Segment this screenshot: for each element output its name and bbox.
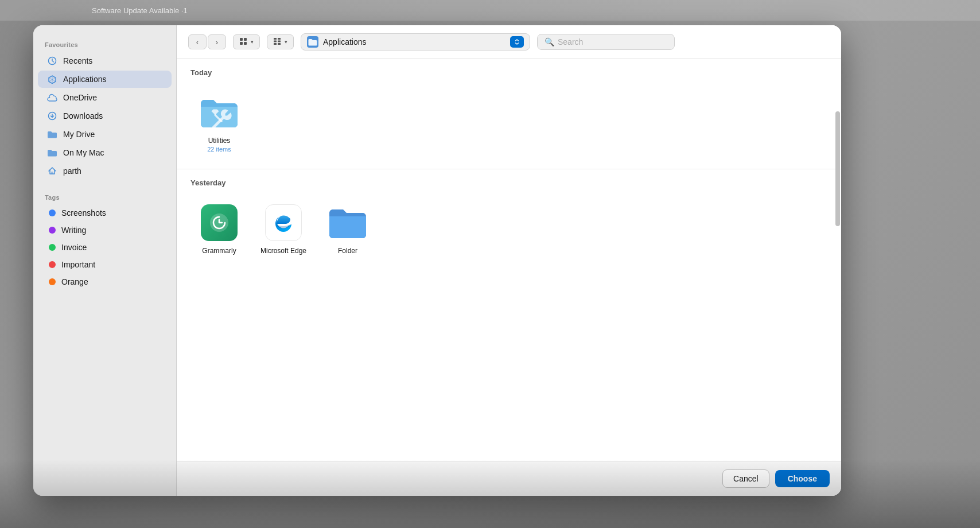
sidebar-item-my-drive[interactable]: My Drive (38, 126, 172, 143)
svg-rect-6 (244, 42, 247, 45)
sidebar-item-label-screenshots: Screenshots (61, 208, 106, 218)
search-placeholder: Search (558, 37, 583, 46)
grammarly-app-item[interactable]: Grammarly (190, 197, 248, 259)
toolbar: ‹ › ▾ (177, 25, 841, 59)
sidebar-item-label-recents: Recents (63, 56, 92, 65)
sidebar-item-label-mydrive: My Drive (63, 130, 95, 139)
sidebar-item-applications[interactable]: Applications (38, 71, 172, 88)
yesterday-file-grid: Grammarly (177, 193, 841, 271)
plain-folder-name: Folder (338, 247, 357, 255)
folder-icon-mac (47, 147, 57, 158)
yesterday-section-header: Yesterday (177, 169, 841, 193)
home-icon (47, 166, 57, 176)
utilities-folder-name: Utilities (208, 137, 231, 145)
applications-icon (47, 74, 57, 84)
sidebar-item-invoice[interactable]: Invoice (38, 239, 172, 255)
edge-app-name: Microsoft Edge (260, 247, 306, 255)
sidebar-item-label-onedrive: OneDrive (63, 93, 97, 102)
screenshots-dot (49, 209, 56, 216)
grammarly-icon-shape (201, 204, 238, 241)
favourites-section-title: Favourites (33, 37, 176, 52)
sidebar-item-label-downloads: Downloads (63, 111, 103, 121)
notification-text: Software Update Available ·1 (92, 6, 188, 15)
today-section-header: Today (177, 59, 841, 83)
grammarly-app-name: Grammarly (202, 247, 236, 255)
utilities-folder-count: 22 items (207, 146, 231, 153)
main-content: ‹ › ▾ (177, 25, 841, 496)
sidebar-item-downloads[interactable]: Downloads (38, 107, 172, 125)
icon-view-icon (239, 37, 248, 47)
svg-rect-11 (274, 43, 277, 45)
sidebar-spacer (33, 180, 176, 189)
svg-rect-10 (278, 40, 281, 42)
nav-button-group: ‹ › (188, 34, 226, 49)
location-text: Applications (323, 37, 505, 46)
utilities-folder-icon (199, 92, 240, 133)
sidebar-item-label-writing: Writing (61, 226, 86, 235)
location-bar[interactable]: Applications (301, 33, 530, 51)
svg-rect-9 (274, 40, 277, 42)
sidebar-item-on-my-mac[interactable]: On My Mac (38, 144, 172, 161)
svg-rect-3 (240, 38, 243, 41)
sidebar-item-onedrive[interactable]: OneDrive (38, 89, 172, 106)
clock-icon (47, 56, 57, 66)
file-browser: Today (177, 59, 841, 461)
sidebar-item-writing[interactable]: Writing (38, 222, 172, 238)
sidebar-item-recents[interactable]: Recents (38, 52, 172, 69)
sidebar-item-parth[interactable]: parth (38, 162, 172, 180)
sidebar-item-label-parth: parth (63, 166, 81, 176)
invoice-dot (49, 244, 56, 251)
list-view-button[interactable]: ▾ (267, 34, 294, 49)
sidebar-item-important[interactable]: Important (38, 257, 172, 273)
svg-rect-8 (278, 38, 281, 40)
edge-app-item[interactable]: Microsoft Edge (255, 197, 312, 259)
sidebar-item-label-onmymac: On My Mac (63, 148, 104, 157)
list-view-chevron: ▾ (285, 39, 287, 45)
file-picker-dialog: Favourites Recents Applications (33, 25, 841, 496)
important-dot (49, 261, 56, 268)
sidebar-item-label-orange: Orange (61, 277, 88, 286)
list-view-icon (273, 37, 282, 47)
notification-bar: Software Update Available ·1 (0, 0, 980, 21)
svg-rect-4 (244, 38, 247, 41)
edge-icon-shape (265, 204, 302, 241)
location-folder-icon (307, 36, 318, 48)
orange-dot (49, 278, 56, 285)
svg-rect-2 (51, 172, 53, 174)
svg-rect-7 (274, 38, 277, 40)
sidebar: Favourites Recents Applications (33, 25, 177, 496)
nav-forward-button[interactable]: › (208, 34, 226, 49)
scrollbar-track[interactable] (835, 111, 840, 226)
writing-dot (49, 227, 56, 234)
search-icon: 🔍 (545, 37, 554, 46)
sidebar-item-label-invoice: Invoice (61, 243, 87, 252)
download-icon (47, 111, 57, 121)
search-bar[interactable]: 🔍 Search (537, 34, 675, 50)
background-bottom-gradient (0, 459, 980, 528)
nav-back-button[interactable]: ‹ (188, 34, 207, 49)
plain-folder-icon (327, 202, 368, 243)
icon-view-button[interactable]: ▾ (233, 34, 260, 49)
cloud-icon (47, 92, 57, 103)
grammarly-app-icon (199, 202, 240, 243)
utilities-folder-item[interactable]: Utilities 22 items (190, 87, 248, 157)
svg-rect-12 (278, 43, 281, 45)
sidebar-item-screenshots[interactable]: Screenshots (38, 205, 172, 221)
icon-view-chevron: ▾ (251, 39, 254, 45)
svg-rect-5 (240, 42, 243, 45)
today-file-grid: Utilities 22 items (177, 83, 841, 169)
folder-icon-mydrive (47, 129, 57, 139)
sidebar-item-orange[interactable]: Orange (38, 274, 172, 290)
sidebar-item-label-applications: Applications (63, 75, 107, 84)
sidebar-item-label-important: Important (61, 260, 95, 269)
location-arrows-button[interactable] (510, 36, 524, 48)
plain-folder-item[interactable]: Folder (319, 197, 376, 259)
tags-section-title: Tags (33, 189, 176, 204)
edge-app-icon (263, 202, 304, 243)
